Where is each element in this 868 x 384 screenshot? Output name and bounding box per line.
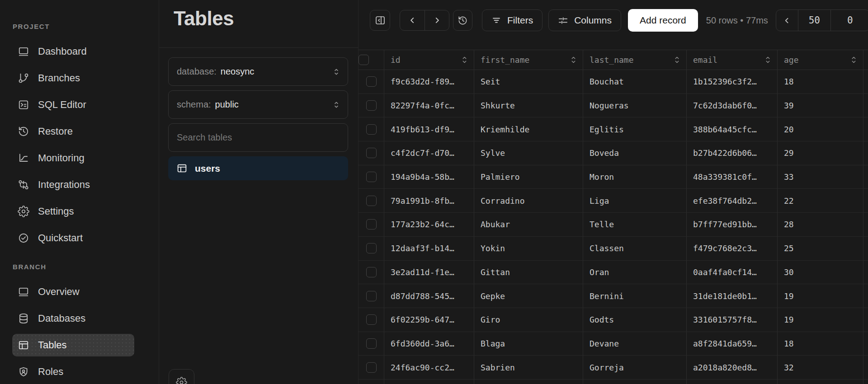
column-header-age[interactable]: age	[778, 50, 863, 70]
cell-id[interactable]	[384, 379, 474, 384]
cell-last_name[interactable]: Liga	[583, 189, 687, 212]
cell-first_name[interactable]: Seit	[474, 70, 583, 94]
cell-age[interactable]: 18	[778, 332, 863, 356]
cell-last_name[interactable]: Bernini	[583, 284, 687, 308]
cell-age[interactable]: 22	[778, 189, 863, 212]
cell-last_name[interactable]: Eglitis	[583, 117, 687, 141]
cell-email[interactable]: efe38f764db2…	[687, 189, 778, 212]
cell-id[interactable]: f9c63d2d-f89…	[384, 70, 474, 94]
sidebar-item-databases[interactable]: Databases	[12, 307, 134, 330]
cell-id[interactable]: 12daaf3f-b14…	[384, 237, 474, 260]
row-checkbox[interactable]	[366, 100, 377, 111]
cell-id[interactable]: 79a1991b-8fb…	[384, 189, 474, 212]
cell-first_name[interactable]: Gepke	[474, 284, 583, 308]
cell-age[interactable]: 39	[778, 94, 863, 117]
prev-page-button[interactable]	[776, 10, 798, 31]
cell-last_name[interactable]: Devane	[583, 332, 687, 356]
column-header-id[interactable]: id	[384, 50, 474, 70]
cell-age[interactable]: 33	[778, 165, 863, 189]
row-checkbox[interactable]	[366, 196, 377, 206]
sidebar-item-restore[interactable]: Restore	[12, 120, 134, 143]
cell-id[interactable]: 6f02259b-647…	[384, 308, 474, 332]
columns-button[interactable]: Columns	[548, 9, 621, 31]
cell-first_name[interactable]: Kriemhilde	[474, 117, 583, 141]
cell-first_name[interactable]: Yokin	[474, 237, 583, 260]
sort-icon[interactable]	[765, 55, 771, 65]
row-checkbox[interactable]	[366, 243, 377, 253]
cell-last_name[interactable]: Boveda	[583, 141, 687, 165]
cell-age[interactable]: 32	[778, 356, 863, 379]
cell-age[interactable]: 30	[778, 261, 863, 284]
panel-settings-button[interactable]	[169, 369, 194, 384]
select-all-checkbox[interactable]	[359, 55, 369, 65]
column-header-email[interactable]: email	[687, 50, 778, 70]
cell-age[interactable]: 25	[778, 237, 863, 260]
cell-email[interactable]	[687, 379, 778, 384]
cell-first_name[interactable]: Sabrien	[474, 356, 583, 379]
cell-email[interactable]: 3316015757f8…	[687, 308, 778, 332]
row-checkbox[interactable]	[366, 362, 377, 373]
table-search-input[interactable]	[168, 123, 348, 152]
cell-first_name[interactable]: Sylve	[474, 141, 583, 165]
cell-last_name[interactable]: Telle	[583, 213, 687, 236]
sidebar-item-integrations[interactable]: Integrations	[12, 173, 134, 196]
page-offset-value[interactable]: 0	[830, 10, 868, 31]
row-checkbox[interactable]	[366, 172, 377, 182]
row-checkbox[interactable]	[366, 76, 377, 87]
row-checkbox[interactable]	[366, 124, 377, 135]
column-header-first_name[interactable]: first_name	[474, 50, 583, 70]
cell-age[interactable]: 28	[778, 213, 863, 236]
cell-first_name[interactable]: Palmiero	[474, 165, 583, 189]
cell-id[interactable]: 24f6ac90-cc2…	[384, 356, 474, 379]
sort-icon[interactable]	[851, 55, 857, 65]
cell-email[interactable]: 31de181de0b1…	[687, 284, 778, 308]
cell-email[interactable]: b27b422d6b06…	[687, 141, 778, 165]
table-list-item-users[interactable]: users	[168, 156, 348, 180]
cell-first_name[interactable]: Blaga	[474, 332, 583, 356]
filters-button[interactable]: Filters	[482, 9, 542, 31]
cell-id[interactable]: d87dd788-545…	[384, 284, 474, 308]
cell-age[interactable]: 19	[778, 284, 863, 308]
row-checkbox[interactable]	[366, 291, 377, 301]
sidebar-item-overview[interactable]: Overview	[12, 281, 134, 303]
cell-age[interactable]: 19	[778, 308, 863, 332]
cell-id[interactable]: 194a9b4a-58b…	[384, 165, 474, 189]
cell-email[interactable]: 0aaf4fa0cf14…	[687, 261, 778, 284]
cell-last_name[interactable]: Oran	[583, 261, 687, 284]
cell-id[interactable]: 6fd360dd-3a6…	[384, 332, 474, 356]
sidebar-item-dashboard[interactable]: Dashboard	[12, 40, 134, 63]
cell-last_name[interactable]: Gorreja	[583, 356, 687, 379]
column-header-last_name[interactable]: last_name	[583, 50, 687, 70]
cell-last_name[interactable]: Nogueras	[583, 94, 687, 117]
cell-id[interactable]: c4f2dc7f-d70…	[384, 141, 474, 165]
sidebar-item-tables[interactable]: Tables	[12, 334, 134, 356]
forward-button[interactable]	[425, 10, 449, 30]
cell-email[interactable]: f479c768e2c3…	[687, 237, 778, 260]
cell-email[interactable]: b7ff77ed91bb…	[687, 213, 778, 236]
cell-first_name[interactable]	[474, 379, 583, 384]
query-history-button[interactable]	[453, 10, 472, 31]
cell-first_name[interactable]: Giro	[474, 308, 583, 332]
row-checkbox[interactable]	[366, 148, 377, 158]
cell-age[interactable]: 29	[778, 141, 863, 165]
cell-email[interactable]: 7c62d3dab6f0…	[687, 94, 778, 117]
cell-first_name[interactable]: Abukar	[474, 213, 583, 236]
cell-first_name[interactable]: Corradino	[474, 189, 583, 212]
cell-first_name[interactable]: Gittan	[474, 261, 583, 284]
row-checkbox[interactable]	[366, 267, 377, 277]
cell-email[interactable]: 388b64a45cfc…	[687, 117, 778, 141]
row-checkbox[interactable]	[366, 314, 377, 325]
cell-last_name[interactable]: Bouchat	[583, 70, 687, 94]
database-select[interactable]: database: neosync	[168, 57, 348, 86]
sidebar-item-monitoring[interactable]: Monitoring	[12, 147, 134, 169]
cell-id[interactable]: 3e2ad11d-f1e…	[384, 261, 474, 284]
cell-last_name[interactable]: Classen	[583, 237, 687, 260]
cell-last_name[interactable]: Moron	[583, 165, 687, 189]
collapse-panel-button[interactable]	[370, 10, 390, 31]
sort-icon[interactable]	[571, 55, 576, 65]
cell-id[interactable]: 82297f4a-0fc…	[384, 94, 474, 117]
sidebar-item-branches[interactable]: Branches	[12, 67, 134, 89]
page-size-value[interactable]: 50	[798, 10, 830, 31]
back-button[interactable]	[400, 10, 425, 30]
row-checkbox[interactable]	[366, 338, 377, 349]
